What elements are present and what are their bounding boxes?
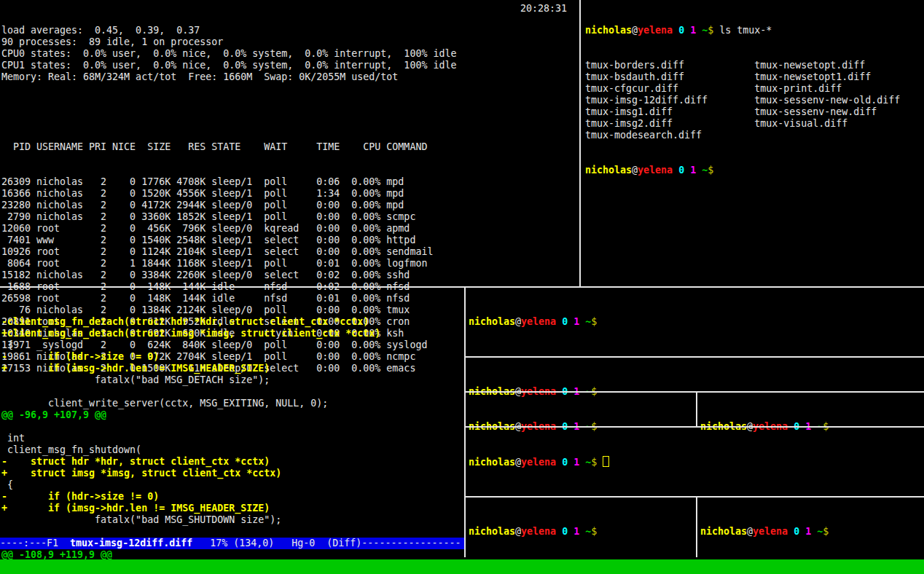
shell-prompt: nicholas@yelena 0 1 ~$ xyxy=(700,526,834,537)
shell-pane-a[interactable]: nicholas@yelena 0 1 ~$ xyxy=(466,293,924,355)
prompt-pane-index: 1 xyxy=(805,526,811,537)
shell-prompt: nicholas@yelena 0 1 ~$ xyxy=(469,526,603,537)
prompt-path: ~ xyxy=(702,25,708,36)
pane-border-h1 xyxy=(466,356,924,358)
shell-prompt: nicholas@yelena 0 1 ~$ xyxy=(585,165,719,176)
diff-line: + if (imsg->hdr.len != IMSG_HEADER_SIZE) xyxy=(1,503,463,514)
at-symbol: @ xyxy=(747,526,753,537)
at-symbol: @ xyxy=(632,165,638,176)
prompt-user: nicholas xyxy=(700,526,747,537)
diff-line: fatalx("bad MSG_DETACH size"); xyxy=(1,374,463,386)
diff-line: +client_msg_fn_detach(struct imsg *imsg,… xyxy=(1,328,463,339)
prompt-path: ~ xyxy=(585,457,591,468)
shell-pane-top-right[interactable]: nicholas@yelena 0 1 ~$ ls tmux-* tmux-bo… xyxy=(582,1,924,286)
diff-line: - if (hdr->size != 0) xyxy=(1,491,463,503)
top-clock: 20:28:31 xyxy=(520,3,567,15)
shell-prompt: nicholas@yelena 0 1 ~$ xyxy=(585,25,719,36)
shell-pane-b[interactable]: nicholas@yelena 0 1 ~$ xyxy=(466,363,924,390)
prompt-window-index: 0 xyxy=(794,526,799,537)
prompt-window-index: 0 xyxy=(678,25,684,36)
pane-border-horizontal-main xyxy=(0,286,924,288)
prompt-pane-index: 1 xyxy=(573,526,579,537)
diff-line: + struct imsg *imsg, struct client_ctx *… xyxy=(1,468,463,479)
modeline-filename: tmux-imsg-12diff.diff xyxy=(70,538,192,549)
spacer xyxy=(1,106,579,118)
pane-border-v-row-e xyxy=(696,498,697,557)
prompt-user: nicholas xyxy=(585,165,632,176)
tmux-terminal-screen: load averages: 0.45, 0.39, 0.37 90 proce… xyxy=(0,0,924,574)
pane-border-vertical-bottom xyxy=(464,288,466,557)
diff-line xyxy=(1,386,463,398)
at-symbol: @ xyxy=(515,316,521,327)
tmux-status-bar: [0] 0:irssi# 1:todo 2:ncmpc- 3:mutt 4:ss… xyxy=(0,559,924,574)
process-table-header: PID USERNAME PRI NICE SIZE RES STATE WAI… xyxy=(1,141,579,153)
at-symbol: @ xyxy=(632,25,638,36)
prompt-host: yelena xyxy=(753,526,788,537)
diff-line: fatalx("bad MSG_SHUTDOWN size"); xyxy=(1,514,463,526)
diff-line: @@ -96,9 +107,9 @@ xyxy=(1,409,463,421)
at-symbol: @ xyxy=(515,457,521,468)
prompt-user: nicholas xyxy=(585,25,632,36)
prompt-host: yelena xyxy=(638,25,673,36)
pane-border-v-row-c xyxy=(696,393,697,426)
diff-line: client_msg_fn_shutdown( xyxy=(1,444,463,456)
diff-line: + if (imsg->hdr.len != IMSG_HEADER_SIZE) xyxy=(1,363,463,374)
modeline-info: 17% (134,0) Hg-0 (Diff)----------------- xyxy=(192,538,461,549)
at-symbol: @ xyxy=(515,526,521,537)
diff-line: { xyxy=(1,479,463,491)
prompt-host: yelena xyxy=(638,165,673,176)
prompt-pane-index: 1 xyxy=(573,457,579,468)
diff-line xyxy=(1,421,463,433)
shell-command: ls tmux-* xyxy=(719,25,772,36)
terminal-cursor xyxy=(603,456,609,467)
pane-border-h4 xyxy=(466,496,924,498)
prompt-user: nicholas xyxy=(469,316,515,327)
prompt-window-index: 0 xyxy=(678,165,684,176)
prompt-host: yelena xyxy=(521,457,556,468)
prompt-window-index: 0 xyxy=(562,457,568,468)
top-summary: load averages: 0.45, 0.39, 0.37 90 proce… xyxy=(1,25,579,83)
prompt-pane-index: 1 xyxy=(573,316,579,327)
diff-line: - if (hdr->size != 0) xyxy=(1,351,463,363)
diff-line xyxy=(1,526,463,538)
prompt-pane-index: 1 xyxy=(690,25,696,36)
diff-line: int xyxy=(1,433,463,444)
prompt-path: ~ xyxy=(702,165,708,176)
diff-line: { xyxy=(1,339,463,351)
pane-border-h3 xyxy=(466,426,924,428)
diff-line: client_write_server(cctx, MSG_EXITING, N… xyxy=(1,398,463,409)
prompt-pane-index: 1 xyxy=(690,165,696,176)
modeline-prefix: ----:---F1 xyxy=(0,538,70,549)
diff-pane[interactable]: -client_msg_fn_detach(struct hdr *hdr, s… xyxy=(1,293,463,557)
prompt-path: ~ xyxy=(585,526,591,537)
shell-prompt: nicholas@yelena 0 1 ~$ xyxy=(469,316,603,327)
shell-pane-c1[interactable]: nicholas@yelena 0 1 ~$ xyxy=(466,398,696,425)
shell-prompt: nicholas@yelena 0 1 ~$ xyxy=(469,457,603,468)
diff-line: -client_msg_fn_detach(struct hdr *hdr, s… xyxy=(1,316,463,328)
prompt-host: yelena xyxy=(521,526,556,537)
diff-line: - struct hdr *hdr, struct client_ctx *cc… xyxy=(1,456,463,468)
ls-file-list: tmux-borders.diff tmux-newsetopt.diff tm… xyxy=(585,60,924,141)
prompt-path: ~ xyxy=(817,526,823,537)
top-pane[interactable]: load averages: 0.45, 0.39, 0.37 90 proce… xyxy=(1,1,579,286)
shell-pane-c2[interactable]: nicholas@yelena 0 1 ~$ xyxy=(697,398,924,425)
pane-border-vertical-top xyxy=(579,0,581,286)
prompt-user: nicholas xyxy=(469,457,515,468)
emacs-modeline: ----:---F1 tmux-imsg-12diff.diff 17% (13… xyxy=(0,538,464,549)
prompt-host: yelena xyxy=(521,316,556,327)
shell-pane-e1[interactable]: nicholas@yelena 0 1 ~$ xyxy=(466,503,696,557)
shell-pane-d[interactable]: nicholas@yelena 0 1 ~$ xyxy=(466,433,924,495)
prompt-path: ~ xyxy=(585,316,591,327)
diff-buffer: -client_msg_fn_detach(struct hdr *hdr, s… xyxy=(1,316,463,561)
shell-pane-e2[interactable]: nicholas@yelena 0 1 ~$ xyxy=(697,503,924,557)
prompt-window-index: 0 xyxy=(562,316,568,327)
prompt-window-index: 0 xyxy=(562,526,568,537)
prompt-user: nicholas xyxy=(469,526,515,537)
pane-border-h2 xyxy=(466,391,924,393)
